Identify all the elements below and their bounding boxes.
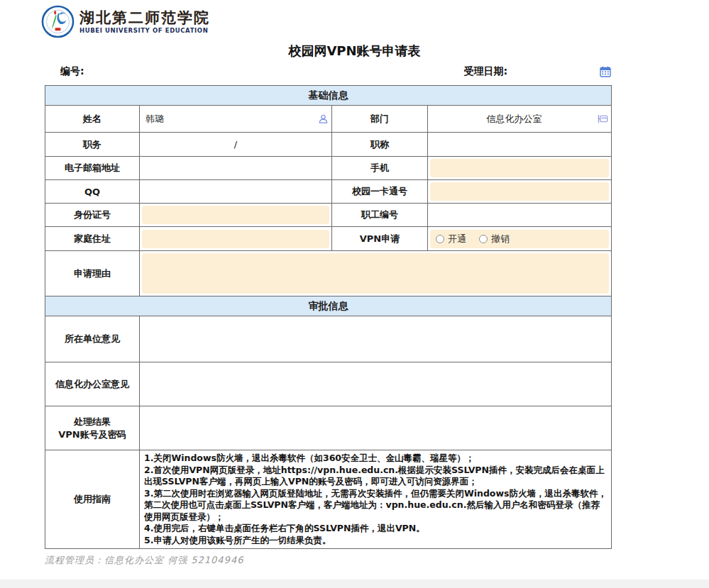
guide-line-3: 3.第二次使用时在浏览器输入网页版登陆地址，无需再次安装插件，但仍需要关闭Win… <box>144 488 607 523</box>
guide-line-5: 5.申请人对使用该账号所产生的一切结果负责。 <box>144 535 607 547</box>
prof-title-label: 职称 <box>332 133 428 157</box>
home-address-field[interactable] <box>140 227 332 251</box>
guide-label: 使用指南 <box>45 450 140 549</box>
guide-line-2: 2.首次使用VPN网页版登录，地址https://vpn.hue.edu.cn.… <box>144 465 607 488</box>
meta-row: 编号: 受理日期: <box>45 65 611 78</box>
position-label: 职务 <box>45 133 140 157</box>
result-label-line2: VPN账号及密码 <box>48 428 136 441</box>
mobile-field[interactable] <box>428 157 612 180</box>
guide-line-1: 1.关闭Windows防火墙，退出杀毒软件（如360安全卫士、金山毒霸、瑞星等）… <box>144 453 607 465</box>
name-label: 姓名 <box>45 106 140 133</box>
email-field[interactable] <box>140 157 332 180</box>
qq-field[interactable] <box>140 180 332 204</box>
staff-number-label: 职工编号 <box>332 204 428 227</box>
mobile-label: 手机 <box>332 157 428 180</box>
radio-open-label: 开通 <box>448 233 466 245</box>
email-label: 电子邮箱地址 <box>45 157 140 180</box>
university-logo: 湖北第二师范学院 HUBEI UNIVERSITY OF EDUCATION <box>41 5 210 38</box>
id-number-label: 身份证号 <box>45 204 140 227</box>
reason-label: 申请理由 <box>45 251 140 296</box>
department-field[interactable]: 信息化办公室 <box>428 106 612 133</box>
position-field[interactable]: / <box>140 133 332 157</box>
university-name-en: HUBEI UNIVERSITY OF EDUCATION <box>79 27 210 34</box>
radio-circle-open[interactable] <box>436 235 444 243</box>
person-picker-icon[interactable] <box>318 113 329 124</box>
home-address-label: 家庭住址 <box>45 227 140 251</box>
radio-option-open[interactable]: 开通 <box>436 233 466 245</box>
vpn-request-field: 开通 撤销 <box>428 227 612 251</box>
guide-content: 1.关闭Windows防火墙，退出杀毒软件（如360安全卫士、金山毒霸、瑞星等）… <box>140 450 612 549</box>
guide-line-4: 4.使用完后，右键单击桌面任务栏右下角的SSLVPN插件，退出VPN。 <box>144 523 607 535</box>
university-emblem-icon <box>41 5 75 38</box>
university-name-block: 湖北第二师范学院 HUBEI UNIVERSITY OF EDUCATION <box>79 9 210 34</box>
name-value: 韩璐 <box>143 113 318 126</box>
campus-card-field[interactable] <box>428 180 612 204</box>
qq-label: QQ <box>45 180 140 204</box>
radio-circle-revoke[interactable] <box>479 235 488 243</box>
radio-revoke-label: 撤销 <box>491 233 510 245</box>
process-admin-note: 流程管理员：信息化办公室 何强 52104946 <box>45 554 243 567</box>
calendar-icon[interactable] <box>600 66 611 77</box>
org-picker-icon[interactable] <box>598 113 608 124</box>
result-field <box>140 406 612 450</box>
result-label-line1: 处理结果 <box>48 416 136 428</box>
staff-number-field[interactable] <box>428 204 612 227</box>
campus-card-label: 校园一卡通号 <box>332 180 428 204</box>
department-value: 信息化办公室 <box>431 113 598 126</box>
vpn-application-form-page: 湖北第二师范学院 HUBEI UNIVERSITY OF EDUCATION 校… <box>0 0 709 588</box>
id-number-field[interactable] <box>140 204 332 227</box>
university-name-cn: 湖北第二师范学院 <box>79 9 210 26</box>
office-opinion-label: 信息化办公室意见 <box>45 362 140 406</box>
section-basic-info: 基础信息 <box>45 86 612 106</box>
result-label: 处理结果 VPN账号及密码 <box>45 406 140 450</box>
unit-opinion-field <box>140 316 612 362</box>
unit-opinion-label: 所在单位意见 <box>45 316 140 362</box>
application-form-table: 基础信息 姓名 韩璐 部门 信息化办公室 <box>45 85 612 549</box>
accept-date-label: 受理日期: <box>463 65 507 78</box>
radio-option-revoke[interactable]: 撤销 <box>479 233 510 245</box>
department-label: 部门 <box>332 106 428 133</box>
reason-field[interactable] <box>140 251 612 296</box>
prof-title-field[interactable] <box>428 133 612 157</box>
vpn-request-label: VPN申请 <box>332 227 428 251</box>
name-field[interactable]: 韩璐 <box>140 106 332 133</box>
office-opinion-field <box>140 362 612 406</box>
bottom-strip <box>0 579 709 588</box>
page-title: 校园网VPN账号申请表 <box>0 43 709 60</box>
section-approval-info: 审批信息 <box>45 296 612 316</box>
form-number-label: 编号: <box>60 65 84 78</box>
position-value: / <box>143 139 329 150</box>
